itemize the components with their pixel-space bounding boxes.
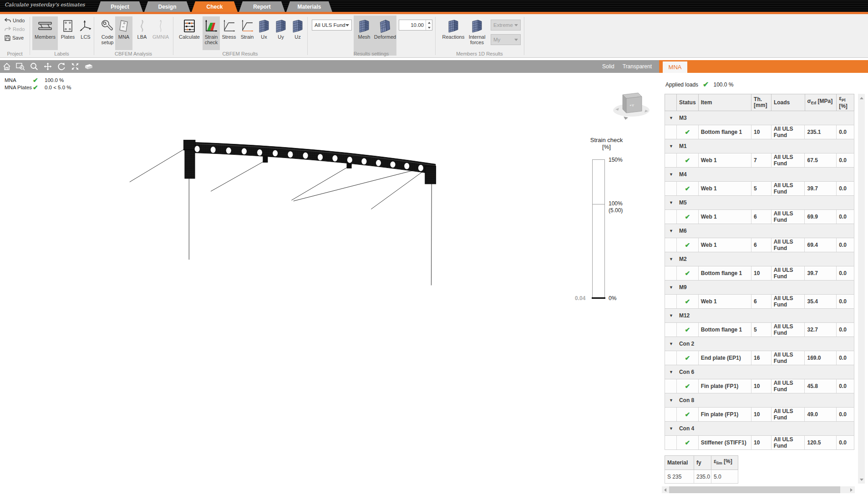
internal-forces-button[interactable]: Internal forces — [465, 16, 489, 50]
panel-tab-mna[interactable]: MNA — [663, 61, 687, 73]
result-row[interactable]: ✔End plate (EP1)16All ULS Fund169.00.0 — [665, 351, 854, 365]
solid-view-icon[interactable] — [82, 61, 96, 72]
result-row[interactable]: ✔Bottom flange 15All ULS Fund32.70.0 — [665, 323, 854, 337]
tab-design[interactable]: Design — [144, 1, 190, 12]
plates-button[interactable]: Plates — [59, 16, 77, 50]
members-button[interactable]: Members — [32, 16, 58, 50]
strain-button[interactable]: Strain — [239, 16, 256, 50]
item-name: Web 1 — [699, 295, 751, 308]
collapse-icon[interactable]: ▼ — [669, 144, 673, 148]
reactions-button[interactable]: Reactions — [442, 16, 465, 50]
result-row[interactable]: ✔Fin plate (FP1)10All ULS Fund45.80.0 — [665, 379, 854, 393]
sigma-value: 35.4 — [805, 295, 837, 308]
horizontal-scrollbar[interactable] — [662, 486, 855, 493]
tab-materials[interactable]: Materials — [286, 1, 332, 12]
scroll-down-icon[interactable] — [858, 476, 865, 483]
result-row[interactable]: ✔Bottom flange 110All ULS Fund39.70.0 — [665, 266, 854, 281]
lba-button[interactable]: LBA — [134, 16, 150, 50]
scrollbar-thumb[interactable] — [669, 486, 840, 493]
collapse-icon[interactable]: ▼ — [669, 342, 673, 346]
row-expander-cell — [665, 351, 677, 365]
status-check-icon: ✔ — [677, 408, 699, 421]
group-row[interactable]: ▼M4 — [665, 168, 854, 182]
deformed-scale-stepper[interactable]: 10.00 — [399, 20, 432, 31]
tab-check[interactable]: Check — [192, 1, 238, 12]
group-row[interactable]: ▼Con 6 — [665, 365, 854, 379]
structure-3d-model[interactable] — [0, 73, 659, 495]
mna-button[interactable]: MNA — [115, 16, 132, 50]
pan-icon[interactable] — [41, 61, 55, 72]
group-row[interactable]: ▼Con 8 — [665, 393, 854, 408]
scroll-left-icon[interactable] — [662, 486, 669, 493]
result-row[interactable]: ✔Stiffener (STIFF1)10All ULS Fund120.50.… — [665, 436, 854, 450]
vertical-scrollbar[interactable] — [858, 94, 865, 484]
tab-project[interactable]: Project — [97, 1, 143, 12]
redo-button[interactable]: Redo — [5, 26, 25, 33]
calculate-button[interactable]: Calculate — [178, 16, 201, 50]
epsilon-value: 0.0 — [837, 323, 854, 337]
result-row[interactable]: ✔Web 16All ULS Fund69.40.0 — [665, 238, 854, 252]
my-select[interactable]: My — [491, 34, 521, 45]
group-row[interactable]: ▼M2 — [665, 252, 854, 266]
strain-check-legend: Strain check [%] 150% 100%(5.00) 0% 0.04 — [567, 137, 646, 150]
group-row[interactable]: ▼M6 — [665, 224, 854, 238]
zoom-window-icon[interactable] — [14, 61, 27, 72]
ux-button[interactable]: Ux — [256, 16, 272, 50]
result-row[interactable]: ✔Web 17All ULS Fund67.50.0 — [665, 153, 854, 168]
collapse-icon[interactable]: ▼ — [669, 257, 673, 261]
spinner-down-icon[interactable] — [428, 27, 431, 29]
transparent-button[interactable]: Transparent — [623, 63, 652, 70]
stress-button[interactable]: Stress — [220, 16, 238, 50]
result-row[interactable]: ✔Web 16All ULS Fund69.90.0 — [665, 210, 854, 224]
result-row[interactable]: ✔Fin plate (FP1)10All ULS Fund49.00.0 — [665, 408, 854, 422]
save-button[interactable]: Save — [5, 34, 25, 41]
deformed-button[interactable]: Deformed — [374, 16, 396, 50]
navigation-cube[interactable]: +Y — [610, 87, 653, 122]
collapse-icon[interactable]: ▼ — [669, 370, 673, 374]
result-row[interactable]: ✔Web 15All ULS Fund39.70.0 — [665, 182, 854, 196]
mesh-button[interactable]: Mesh — [355, 16, 374, 50]
collapse-icon[interactable]: ▼ — [669, 285, 673, 290]
rotate-icon[interactable] — [55, 61, 68, 72]
scroll-up-icon[interactable] — [858, 95, 865, 101]
uz-button[interactable]: Uz — [290, 16, 305, 50]
zoom-fit-icon[interactable] — [68, 61, 82, 72]
result-row[interactable]: ✔Web 16All ULS Fund35.40.0 — [665, 295, 854, 309]
model-viewport[interactable]: MNA✔100.0 % MNA Plates✔0.0 < 5.0 % — [0, 73, 659, 495]
group-name: Con 4 — [679, 425, 694, 432]
collapse-icon[interactable]: ▼ — [669, 116, 673, 120]
result-row[interactable]: ✔Bottom flange 110All ULS Fund235.10.0 — [665, 125, 854, 139]
zoom-icon[interactable] — [27, 61, 41, 72]
extreme-select[interactable]: Extreme — [491, 20, 521, 31]
status-check-icon: ✔ — [677, 182, 699, 195]
collapse-icon[interactable]: ▼ — [669, 426, 673, 431]
material-row[interactable]: S 235235.05.0 — [665, 470, 738, 484]
collapse-icon[interactable]: ▼ — [669, 229, 673, 233]
strain-check-button[interactable]: Strain check — [203, 16, 220, 50]
group-row[interactable]: ▼M1 — [665, 139, 854, 153]
spinner-up-icon[interactable] — [428, 22, 431, 24]
collapse-icon[interactable]: ▼ — [669, 313, 673, 318]
row-expander-cell — [665, 379, 677, 393]
collapse-icon[interactable]: ▼ — [669, 398, 673, 403]
lcs-button[interactable]: LCS — [78, 16, 93, 50]
group-row[interactable]: ▼Con 2 — [665, 337, 854, 351]
solid-button[interactable]: Solid — [602, 63, 614, 70]
group-row[interactable]: ▼M12 — [665, 309, 854, 323]
group-row[interactable]: ▼M9 — [665, 281, 854, 295]
col-thickness: Th.[mm] — [751, 94, 772, 111]
group-row[interactable]: ▼M5 — [665, 196, 854, 210]
uy-button[interactable]: Uy — [273, 16, 289, 50]
epsilon-value: 0.0 — [837, 266, 854, 280]
home-view-icon[interactable] — [0, 61, 14, 72]
tab-report[interactable]: Report — [239, 1, 285, 12]
undo-button[interactable]: Undo — [5, 17, 25, 24]
code-setup-button[interactable]: Code setup — [97, 16, 117, 50]
group-row[interactable]: ▼M3 — [665, 111, 854, 125]
collapse-icon[interactable]: ▼ — [669, 172, 673, 177]
scroll-right-icon[interactable] — [848, 486, 855, 493]
load-case-select[interactable]: All ULS Fund — [312, 20, 352, 31]
collapse-icon[interactable]: ▼ — [669, 200, 673, 205]
group-row[interactable]: ▼Con 4 — [665, 422, 854, 436]
gmnia-button[interactable]: GMNIA — [150, 16, 171, 50]
